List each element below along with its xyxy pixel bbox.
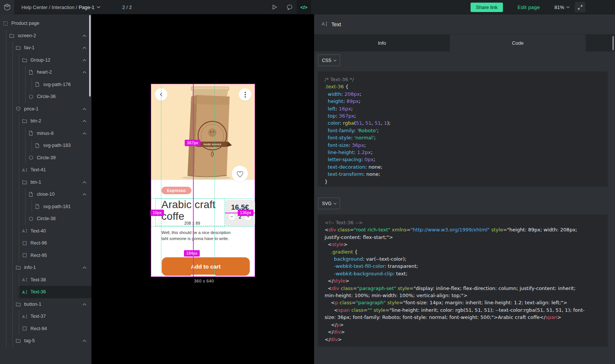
layer-row-tag-5[interactable]: tag-5 xyxy=(0,335,91,347)
layer-row-Text-36[interactable]: AText-36 xyxy=(0,286,91,298)
chevron-up-icon[interactable] xyxy=(82,340,87,342)
chevron-down-icon[interactable] xyxy=(97,6,100,8)
layer-row-svg-path-183[interactable]: svg-path-183 xyxy=(0,139,91,152)
svg-format-dropdown[interactable]: SVG xyxy=(318,198,340,209)
layer-row-close-10[interactable]: close-10 xyxy=(0,188,91,201)
code-line: left: 16px; xyxy=(325,105,608,112)
layer-label: Text-36 xyxy=(30,289,46,295)
layer-row-fav-1[interactable]: fav-1 xyxy=(0,42,91,54)
app-logo[interactable] xyxy=(0,0,14,14)
home-indicator xyxy=(191,275,216,276)
chevron-up-icon[interactable] xyxy=(82,193,87,196)
layer-row-Circle-39[interactable]: Circle-39 xyxy=(0,152,91,164)
tree-guide-line xyxy=(12,139,13,152)
code-view-button[interactable]: </> xyxy=(297,0,311,14)
product-page-frame[interactable]: NABI NAHUI Expresso Arabic craft coffe 2… xyxy=(151,84,255,277)
layer-row-Text-41[interactable]: AText-41 xyxy=(0,164,91,176)
layer-row-Rect-94[interactable]: Rect-94 xyxy=(0,323,91,335)
vertical-guide-left xyxy=(161,84,161,277)
layer-row-Circle-36[interactable]: Circle-36 xyxy=(0,91,91,103)
add-to-cart-button[interactable]: Add to cart xyxy=(162,257,250,276)
chevron-up-icon[interactable] xyxy=(82,266,87,269)
tree-guide-line xyxy=(6,152,6,164)
layer-row-svg-path-176[interactable]: svg-path-176 xyxy=(0,79,91,91)
layer-row-Rect-96[interactable]: Rect-96 xyxy=(0,237,91,249)
layer-row-button-1[interactable]: button-1 xyxy=(0,298,91,311)
svg-dropdown-value: SVG xyxy=(322,201,331,206)
tree-guide-line xyxy=(32,79,32,91)
inspector-scrollbar[interactable] xyxy=(612,36,614,50)
tree-guide-line xyxy=(12,152,13,164)
code-line: min-height: 100%; min-width: 100%; verti… xyxy=(325,292,608,299)
layer-row-price-1[interactable]: price-1 xyxy=(0,103,91,115)
zoom-control[interactable]: 81% xyxy=(554,0,570,14)
layer-label: price-1 xyxy=(24,106,38,112)
tree-guide-line xyxy=(12,237,13,249)
folder-icon xyxy=(16,45,21,50)
layer-row-Text-38[interactable]: AText-38 xyxy=(0,274,91,286)
chevron-up-icon[interactable] xyxy=(82,47,87,49)
code-line: justify-content: flex-start;"> xyxy=(325,234,608,241)
tree-guide-line xyxy=(6,298,6,311)
layer-row-Group-12[interactable]: Group-12 xyxy=(0,54,91,66)
svg-code-block[interactable]: <!-- Text-36 --><div class="root rich-te… xyxy=(318,214,608,347)
svg-text:A: A xyxy=(22,168,25,172)
tree-guide-line xyxy=(6,164,6,176)
chevron-up-icon[interactable] xyxy=(82,108,87,110)
tree-guide-line xyxy=(25,201,26,213)
favorite-button[interactable] xyxy=(232,166,248,182)
css-format-dropdown[interactable]: CSS xyxy=(318,54,340,66)
tree-guide-line xyxy=(25,79,26,91)
layer-row-Text-40[interactable]: AText-40 xyxy=(0,225,91,237)
layer-label: svg-path-176 xyxy=(43,82,71,87)
sidebar-scrollbar[interactable] xyxy=(89,15,91,97)
chevron-up-icon[interactable] xyxy=(82,181,87,184)
edit-page-button[interactable]: Edit page xyxy=(518,0,540,14)
fullscreen-button[interactable] xyxy=(575,2,585,12)
layer-row-btn-1[interactable]: btn-1 xyxy=(0,176,91,189)
chevron-up-icon[interactable] xyxy=(82,35,87,37)
tree-guide-line xyxy=(12,213,13,225)
layer-row-svg-path-181[interactable]: svg-path-181 xyxy=(0,201,91,213)
layer-row-Product page[interactable]: Product page xyxy=(0,17,91,30)
chevron-up-icon[interactable] xyxy=(82,59,87,62)
layer-row-Rect-95[interactable]: Rect-95 xyxy=(0,249,91,262)
layer-row-minus-8[interactable]: minus-8 xyxy=(0,127,91,140)
text-icon: A xyxy=(22,228,27,233)
layer-row-screen-2[interactable]: screen-2 xyxy=(0,30,91,42)
design-canvas[interactable]: NABI NAHUI Expresso Arabic craft coffe 2… xyxy=(91,14,314,364)
tab-info[interactable]: Info xyxy=(314,35,450,51)
share-link-button[interactable]: Share link xyxy=(471,3,503,12)
layer-row-info-1[interactable]: info-1 xyxy=(0,261,91,274)
folder-icon xyxy=(22,57,27,62)
category-tag[interactable]: Expresso xyxy=(161,187,191,194)
layer-row-heart-2[interactable]: heart-2 xyxy=(0,66,91,79)
tab-code[interactable]: Code xyxy=(450,35,586,51)
layer-row-Circle-38[interactable]: Circle-38 xyxy=(0,213,91,225)
tree-guide-line xyxy=(6,274,6,286)
tree-guide-line xyxy=(12,335,13,347)
chevron-up-icon[interactable] xyxy=(82,132,87,135)
breadcrumb[interactable]: Help Center / Interaction / Page-1 xyxy=(21,0,100,14)
tree-guide-line xyxy=(19,323,19,335)
more-options-button[interactable] xyxy=(239,88,251,101)
code-line: } xyxy=(325,178,608,185)
comment-button[interactable] xyxy=(282,0,297,14)
tree-guide-line xyxy=(6,127,6,140)
tree-guide-line xyxy=(19,213,19,225)
minus-button[interactable]: − xyxy=(228,213,236,221)
tree-guide-line xyxy=(12,115,13,127)
tree-guide-line xyxy=(32,139,32,152)
inspector-tabs: Info Code xyxy=(314,35,586,51)
layer-row-Text-37[interactable]: AText-37 xyxy=(0,310,91,323)
inspector-panel: A Text Info Code CSS /* Text-36 */.text-… xyxy=(314,14,615,364)
css-code-block[interactable]: /* Text-36 */.text-36 { width: 208px; he… xyxy=(318,71,608,187)
tree-guide-line xyxy=(19,237,19,249)
chevron-down-icon xyxy=(566,6,570,8)
chevron-up-icon[interactable] xyxy=(82,71,87,74)
layer-row-btn-2[interactable]: btn-2 xyxy=(0,115,91,127)
layer-label: Text-38 xyxy=(30,277,46,282)
chevron-up-icon[interactable] xyxy=(82,303,87,306)
play-button[interactable] xyxy=(267,0,282,14)
chevron-up-icon[interactable] xyxy=(82,120,87,122)
